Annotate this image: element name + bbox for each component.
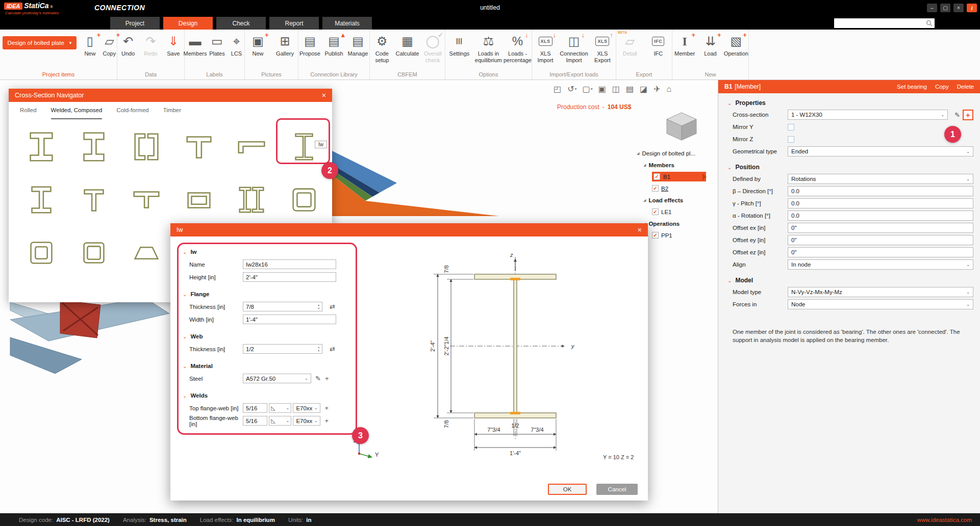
view-transparent-icon[interactable]: ◫ [612, 84, 620, 94]
tab-report[interactable]: Report [269, 17, 319, 30]
propose-button[interactable]: ▤ Propose [298, 31, 321, 57]
b2-checkbox[interactable]: ✓ [652, 185, 659, 192]
3d-viewport[interactable]: ◰ ↺▾ ▢▾ ▣ ◫ ▤ ◪ ✈ ⌂ Production cost-104 … [0, 80, 718, 513]
selection-mode-icon[interactable]: ▢▾ [583, 84, 593, 94]
section-header-web[interactable]: ⌄Web [183, 330, 353, 343]
publish-button[interactable]: ▤▴ Publish [322, 31, 345, 57]
steel-grade-select[interactable]: A572 Gr.50⌄ [243, 374, 311, 383]
mirror-y-checkbox[interactable] [788, 124, 794, 130]
cross-section-item[interactable] [15, 120, 67, 173]
tab-rolled[interactable]: Rolled [20, 107, 37, 119]
section-position[interactable]: ⌄Position [727, 163, 980, 172]
edit-cross-section-icon[interactable]: ✎ [954, 111, 960, 119]
new-operation-button[interactable]: ▧+ Operation [724, 31, 748, 57]
search-input[interactable] [834, 18, 926, 28]
le1-checkbox[interactable]: ✓ [652, 208, 659, 215]
pp1-checkbox[interactable]: ✓ [652, 232, 659, 239]
cross-section-item[interactable] [225, 120, 278, 173]
model-type-select[interactable]: N-Vy-Vz-Mx-My-Mz⌄ [788, 287, 973, 297]
offset-ez-input[interactable]: 0" [788, 247, 973, 257]
tab-project[interactable]: Project [110, 17, 160, 30]
web-thickness-input[interactable]: 1/2 ▴▾ [243, 344, 322, 354]
tree-item-le1[interactable]: ✓ LE1 [637, 206, 717, 218]
tab-cold-formed[interactable]: Cold-formed [116, 107, 148, 119]
close-icon[interactable]: × [638, 226, 642, 234]
tab-timber[interactable]: Timber [163, 107, 181, 119]
cross-section-item[interactable] [67, 173, 120, 226]
tree-item-b1[interactable]: ✓ B1 [637, 171, 717, 182]
new-picture-button[interactable]: ▣+ New [245, 31, 271, 57]
cross-section-item-iw[interactable]: Iw [278, 120, 330, 173]
manage-button[interactable]: ▤ Manage [346, 31, 369, 57]
delete-member-button[interactable]: Delete [957, 84, 974, 90]
beta-direction-input[interactable]: 0.0 [788, 186, 973, 196]
forces-in-select[interactable]: Node⌄ [788, 299, 973, 309]
set-bearing-button[interactable]: Set bearing [897, 84, 927, 90]
search-box[interactable] [834, 18, 935, 28]
height-input[interactable]: 2'-4" [243, 272, 336, 282]
xls-export-button[interactable]: XLS↑ XLS Export [589, 31, 616, 63]
top-weld-electrode-select[interactable]: E70xx⌄ [293, 403, 320, 413]
offset-ey-input[interactable]: 0" [788, 235, 973, 245]
tree-item-pp1[interactable]: ✓ PP1 [637, 229, 717, 241]
navigation-cube[interactable] [665, 112, 698, 141]
bottom-weld-size-input[interactable]: 5/16 [243, 416, 267, 426]
loads-percentage-toggle[interactable]: %↓ Loads - percentage [504, 31, 532, 63]
cross-section-item[interactable] [172, 173, 225, 226]
section-header-iw[interactable]: ⌄Iw [183, 246, 353, 258]
rotate-view-icon[interactable]: ↺▾ [567, 84, 576, 94]
xls-import-button[interactable]: XLS↓ XLS Import [532, 31, 559, 63]
undo-button[interactable]: ↶ Undo [117, 31, 139, 57]
cross-section-item[interactable] [120, 120, 172, 173]
edit-material-icon[interactable]: ✎ [315, 375, 321, 382]
new-member-button[interactable]: I+ Member [672, 31, 697, 57]
bottom-weld-electrode-select[interactable]: E70xx⌄ [293, 416, 320, 426]
swap-icon[interactable]: ⇄ [330, 345, 335, 353]
tree-root[interactable]: ◢ Design of bolted pl... [637, 147, 717, 159]
tree-item-b2[interactable]: ✓ B2 [637, 182, 717, 194]
add-material-icon[interactable]: + [325, 375, 329, 382]
website-link[interactable]: www.ideastatica.com [917, 517, 972, 523]
plates-labels-toggle[interactable]: ▭ Plates [208, 31, 226, 57]
project-item-selector-button[interactable]: Design of bolted plate ▾ [3, 36, 77, 49]
tab-welded-composed[interactable]: Welded, Composed [51, 107, 103, 119]
cross-section-item[interactable] [172, 120, 225, 173]
new-load-button[interactable]: ⇊+ Load [698, 31, 722, 57]
dialog-titlebar[interactable]: Iw × [170, 223, 648, 236]
section-properties[interactable]: ⌄Properties [727, 98, 980, 108]
cross-section-item[interactable] [278, 173, 330, 226]
section-header-welds[interactable]: ⌄Welds [183, 389, 353, 402]
cross-section-select[interactable]: 1 - W12X30⌄ [788, 110, 948, 120]
maximize-button[interactable]: ▢ [940, 4, 950, 12]
members-labels-toggle[interactable]: ▬ Members [184, 31, 207, 57]
lcs-toggle[interactable]: ⌖ LCS [227, 31, 245, 57]
code-setup-button[interactable]: ⚙ Code setup [370, 31, 394, 63]
copy-project-item-button[interactable]: ▱+ Copy [100, 31, 118, 57]
calculate-button[interactable]: ▦ Calculate [395, 31, 420, 57]
info-button[interactable]: i [967, 4, 977, 12]
ifc-export-button[interactable]: IFC IFC [645, 31, 672, 57]
dialog-titlebar[interactable]: Cross-Section Navigator × [9, 89, 332, 102]
add-cross-section-button[interactable]: + [963, 110, 973, 120]
cross-section-item[interactable] [120, 226, 172, 279]
ok-button[interactable]: OK [548, 484, 587, 495]
copy-member-button[interactable]: Copy [935, 84, 949, 90]
alpha-rotation-input[interactable]: 0.0 [788, 211, 973, 221]
cross-section-item[interactable] [15, 226, 67, 279]
swap-icon[interactable]: ⇄ [330, 303, 335, 310]
tab-materials[interactable]: Materials [322, 17, 372, 30]
cross-section-item[interactable] [67, 120, 120, 173]
section-model[interactable]: ⌄Model [727, 276, 980, 285]
spinner-icon[interactable]: ▴▾ [318, 346, 319, 352]
close-icon[interactable]: × [322, 91, 326, 99]
settings-button[interactable]: ≡ Settings [445, 31, 473, 57]
close-button[interactable]: × [953, 4, 964, 12]
save-button[interactable]: ⇓ Save [163, 31, 184, 57]
cancel-button[interactable]: Cancel [596, 484, 638, 495]
tree-group-members[interactable]: ◢ Members [637, 159, 717, 171]
top-weld-type-select[interactable]: ◺⌄ [269, 403, 291, 413]
gamma-pitch-input[interactable]: 0.0 [788, 198, 973, 208]
spinner-icon[interactable]: ▴▾ [318, 303, 319, 309]
geometrical-type-select[interactable]: Ended⌄ [788, 146, 973, 156]
cross-section-item[interactable] [15, 173, 67, 226]
